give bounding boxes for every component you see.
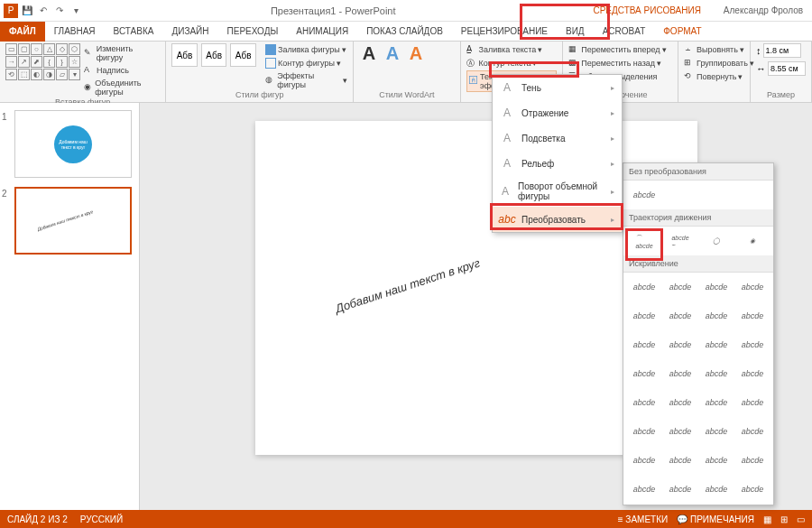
warp-23[interactable]: abcde [701,421,732,442]
user-name[interactable]: Александр Фролов [715,5,812,15]
view-normal-icon[interactable]: ▦ [763,514,771,524]
titlebar: P 💾 ↶ ↷ ▾ Презентация1 - PowerPoint СРЕД… [0,0,812,22]
text-fill-button[interactable]: A̲Заливка текста ▾ [466,43,558,56]
bevel-icon: A [500,156,514,171]
dd-reflection[interactable]: AОтражение▸ [493,100,622,125]
window-title: Презентация1 - PowerPoint [87,5,579,16]
dd-3d-rotation[interactable]: AПоворот объемной фигуры▸ [493,176,622,207]
shape-style-3[interactable]: Абв [230,43,256,67]
tab-slideshow[interactable]: ПОКАЗ СЛАЙДОВ [357,22,452,42]
path-arch[interactable]: ⌒abcde [629,230,660,252]
slide-thumbnail-2[interactable]: 2 Добавим наш текст в круг [7,187,132,255]
language-indicator[interactable]: РУССКИЙ [80,514,123,524]
warp-29[interactable]: abcde [629,478,660,500]
warp-32[interactable]: abcde [737,478,768,500]
wordart-style-3[interactable]: A [406,43,426,64]
tab-home[interactable]: ГЛАВНАЯ [45,22,105,42]
warp-25[interactable]: abcde [629,449,660,471]
tab-transitions[interactable]: ПЕРЕХОДЫ [218,22,288,42]
warp-17[interactable]: abcde [629,392,660,413]
notes-label: ЗАМЕТКИ [625,514,668,524]
shape-fill-button[interactable]: Заливка фигуры ▾ [265,43,347,56]
edit-shape-button[interactable]: ✎Изменить фигуру [84,43,160,63]
text-outline-button[interactable]: ⒶКонтур текста ▾ [466,57,558,69]
height-icon: ↕ [756,45,761,56]
warp-11[interactable]: abcde [701,334,732,356]
qat-more-icon[interactable]: ▾ [69,4,83,18]
warp-9[interactable]: abcde [629,334,660,356]
tab-review[interactable]: РЕЦЕНЗИРОВАНИЕ [452,22,557,42]
warp-8[interactable]: abcde [737,305,768,327]
warp-18[interactable]: abcde [665,392,696,413]
curved-text-shape[interactable]: Добавим наш текст в круг [333,255,481,315]
bring-forward-button[interactable]: ▦Переместить вперед ▾ [568,43,666,56]
warp-20[interactable]: abcde [737,392,768,413]
warp-2[interactable]: abcde [665,276,696,298]
warp-24[interactable]: abcde [737,421,768,442]
send-backward-button[interactable]: ▩Переместить назад ▾ [568,57,666,69]
warp-31[interactable]: abcde [701,478,732,500]
textbox-button[interactable]: AНадпись [84,64,160,77]
tab-file[interactable]: ФАЙЛ [0,22,45,42]
warp-30[interactable]: abcde [665,478,696,500]
tab-insert[interactable]: ВСТАВКА [105,22,163,42]
no-transform-option[interactable]: abcde [629,184,660,206]
warp-5[interactable]: abcde [629,305,660,327]
view-sorter-icon[interactable]: ⊞ [780,514,788,524]
warp-21[interactable]: abcde [629,421,660,442]
warp-28[interactable]: abcde [737,449,768,471]
warp-12[interactable]: abcde [737,334,768,356]
redo-icon[interactable]: ↷ [52,4,67,18]
shape-outline-button[interactable]: Контур фигуры ▾ [265,57,347,69]
dd-glow[interactable]: AПодсветка▸ [493,125,622,151]
tab-design[interactable]: ДИЗАЙН [162,22,217,42]
view-reading-icon[interactable]: ▭ [797,514,805,524]
merge-shapes-button[interactable]: ◉Объединить фигуры [84,78,160,97]
notes-button[interactable]: ≡ ЗАМЕТКИ [618,514,668,524]
path-button[interactable]: ◉ [737,230,768,252]
comments-button[interactable]: 💬 ПРИМЕЧАНИЯ [677,514,754,524]
undo-icon[interactable]: ↶ [36,4,51,18]
width-input[interactable]: 8.55 см [768,61,806,76]
align-button[interactable]: ⫠Выровнять ▾ [684,43,754,56]
slide-thumbnail-1[interactable]: 1 Добавим наш текст в круг [7,110,132,178]
save-icon[interactable]: 💾 [20,4,34,18]
warp-27[interactable]: abcde [701,449,732,471]
text-outline-label: Контур текста [479,59,531,68]
warp-3[interactable]: abcde [701,276,732,298]
warp-13[interactable]: abcde [629,363,660,384]
shape-fill-label: Заливка фигуры [278,45,340,54]
tab-format[interactable]: ФОРМАТ [654,22,710,42]
warp-6[interactable]: abcde [665,305,696,327]
wordart-style-1[interactable]: A [359,43,379,64]
warp-15[interactable]: abcde [701,363,732,384]
shape-effects-button[interactable]: ◍Эффекты фигуры ▾ [265,70,347,90]
slide-indicator[interactable]: СЛАЙД 2 ИЗ 2 [7,514,68,524]
dd-bevel[interactable]: AРельеф▸ [493,151,622,176]
group-button[interactable]: ⊞Группировать ▾ [684,57,754,69]
height-input[interactable]: 1.8 см [763,43,801,58]
warp-26[interactable]: abcde [665,449,696,471]
wordart-style-2[interactable]: A [383,43,402,64]
dd-shadow-label: Тень [521,83,541,93]
shape-style-1[interactable]: Абв [171,43,198,67]
warp-4[interactable]: abcde [737,276,768,298]
text-effects-dropdown: AТень▸ AОтражение▸ AПодсветка▸ AРельеф▸ … [492,74,623,233]
warp-1[interactable]: abcde [629,276,660,298]
dd-shadow[interactable]: AТень▸ [493,75,622,100]
tab-view[interactable]: ВИД [557,22,594,42]
shape-style-2[interactable]: Абв [201,43,227,67]
warp-16[interactable]: abcde [737,363,768,384]
warp-10[interactable]: abcde [665,334,696,356]
dd-transform[interactable]: abcПреобразовать▸ [493,207,622,232]
warp-22[interactable]: abcde [665,421,696,442]
tab-animation[interactable]: АНИМАЦИЯ [287,22,357,42]
tab-acrobat[interactable]: ACROBAT [594,22,655,42]
path-circle[interactable]: ◯ [701,230,732,252]
path-arch-down[interactable]: abcde⌣ [665,230,696,252]
warp-19[interactable]: abcde [701,392,732,413]
rotate-button[interactable]: ⟲Повернуть ▾ [684,70,754,83]
shapes-gallery[interactable]: ▭▢○△◇⬡ →↗⬈{}☆ ⟲⬚◐◑▱▾ [5,43,80,80]
warp-7[interactable]: abcde [701,305,732,327]
warp-14[interactable]: abcde [665,363,696,384]
